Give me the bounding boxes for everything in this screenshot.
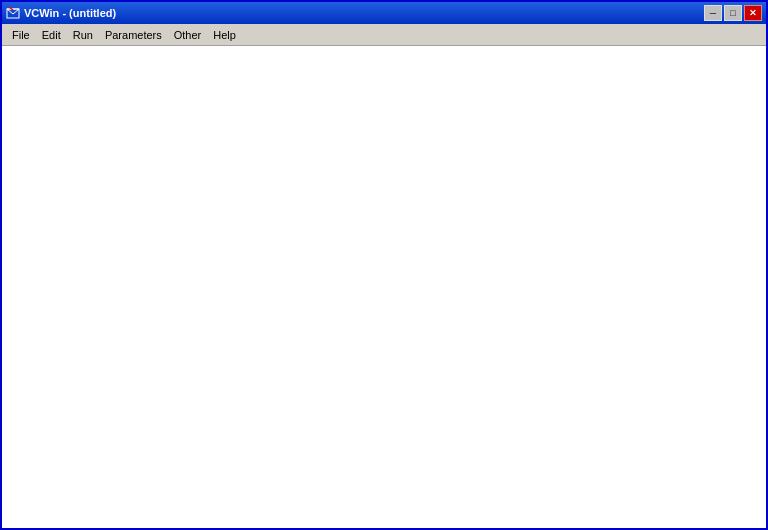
content-area: [2, 46, 766, 528]
title-bar: VCWin - (untitled) ─ □ ✕: [2, 2, 766, 24]
window-title: VCWin - (untitled): [24, 7, 116, 19]
title-bar-buttons: ─ □ ✕: [704, 5, 762, 21]
minimize-button[interactable]: ─: [704, 5, 722, 21]
menu-item-edit[interactable]: Edit: [36, 25, 67, 45]
close-button[interactable]: ✕: [744, 5, 762, 21]
title-bar-left: VCWin - (untitled): [6, 6, 116, 20]
maximize-button[interactable]: □: [724, 5, 742, 21]
menu-item-other[interactable]: Other: [168, 25, 208, 45]
app-icon: [6, 6, 20, 20]
menu-bar: File Edit Run Parameters Other Help: [2, 24, 766, 46]
menu-item-parameters[interactable]: Parameters: [99, 25, 168, 45]
menu-item-help[interactable]: Help: [207, 25, 242, 45]
main-window: VCWin - (untitled) ─ □ ✕ File Edit Run P…: [0, 0, 768, 530]
menu-item-run[interactable]: Run: [67, 25, 99, 45]
menu-item-file[interactable]: File: [6, 25, 36, 45]
